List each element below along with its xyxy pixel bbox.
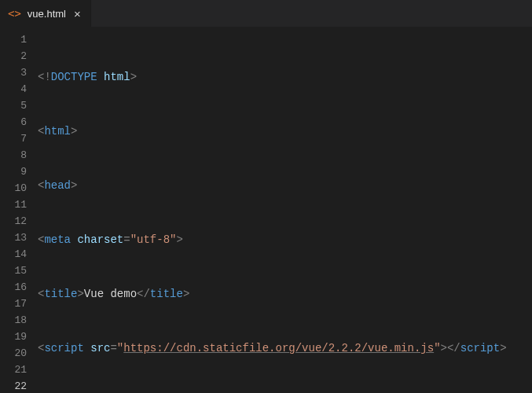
code-line: <title>Vue demo</title>: [38, 286, 507, 303]
line-number: 1: [0, 31, 38, 48]
line-number: 9: [0, 163, 38, 180]
line-number-gutter: 12345678910111213141516171819202122: [0, 27, 38, 393]
line-number: 8: [0, 147, 38, 163]
line-number: 18: [0, 312, 38, 329]
line-number: 14: [0, 246, 38, 263]
line-number: 2: [0, 48, 38, 64]
line-number: 13: [0, 230, 38, 246]
line-number: 4: [0, 81, 38, 97]
line-number: 12: [0, 213, 38, 230]
line-number: 7: [0, 130, 38, 147]
file-tab[interactable]: <> vue.html ×: [0, 0, 91, 27]
line-number: 22: [0, 378, 38, 393]
line-number: 11: [0, 196, 38, 213]
code-line: <html>: [38, 123, 507, 140]
code-file-icon: <>: [8, 8, 21, 19]
line-number: 21: [0, 362, 38, 378]
line-number: 20: [0, 345, 38, 362]
code-line: <script src="https://cdn.staticfile.org/…: [38, 340, 507, 357]
tab-bar: <> vue.html ×: [0, 0, 532, 27]
line-number: 5: [0, 97, 38, 114]
editor[interactable]: 12345678910111213141516171819202122 <!DO…: [0, 27, 532, 393]
line-number: 10: [0, 180, 38, 196]
tab-filename: vue.html: [28, 8, 66, 20]
code-line: <head>: [38, 178, 507, 194]
line-number: 15: [0, 263, 38, 279]
line-number: 19: [0, 329, 38, 345]
code-area[interactable]: <!DOCTYPE html> <html> <head> <meta char…: [38, 27, 507, 393]
line-number: 6: [0, 114, 38, 130]
line-number: 3: [0, 64, 38, 81]
line-number: 17: [0, 296, 38, 312]
code-line: <meta charset="utf-8">: [38, 232, 507, 248]
code-line: <!DOCTYPE html>: [38, 69, 507, 86]
close-icon[interactable]: ×: [72, 8, 83, 20]
line-number: 16: [0, 279, 38, 296]
